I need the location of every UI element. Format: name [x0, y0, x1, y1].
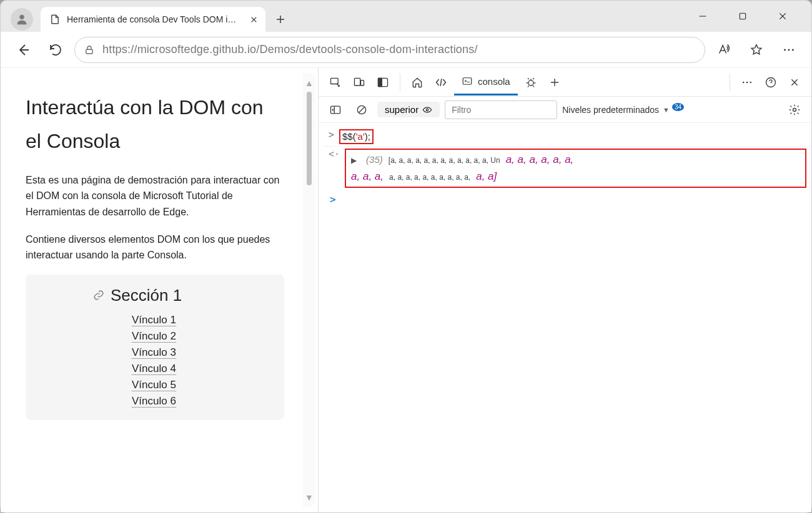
svg-point-12: [528, 80, 533, 85]
result-count: (35): [366, 154, 383, 165]
list-link[interactable]: Vínculo 5: [132, 379, 176, 391]
context-selector[interactable]: superior: [377, 102, 440, 117]
tab-close-button[interactable]: [247, 12, 260, 26]
issues-badge[interactable]: 34: [675, 104, 686, 115]
svg-point-5: [792, 49, 794, 51]
favorite-button[interactable]: [743, 36, 770, 64]
new-tab-button[interactable]: [268, 7, 293, 32]
svg-rect-2: [86, 49, 93, 54]
more-button[interactable]: [775, 36, 803, 64]
devtools-close-button[interactable]: [784, 72, 805, 93]
scrollbar[interactable]: ▲ ▼: [303, 73, 315, 507]
help-button[interactable]: [760, 72, 781, 93]
issues-count: 34: [672, 103, 684, 111]
console-settings-button[interactable]: [784, 99, 805, 120]
document-icon: [49, 14, 61, 25]
url-text: https://microsoftedge.github.io/Demos/de…: [102, 43, 478, 56]
browser-toolbar: https://microsoftedge.github.io/Demos/de…: [1, 32, 811, 68]
read-aloud-button[interactable]: [710, 36, 738, 64]
titlebar: Herramienta de consola Dev Tools DOM int…: [1, 1, 811, 32]
list-link[interactable]: Vínculo 6: [132, 395, 176, 408]
scroll-thumb[interactable]: [307, 92, 312, 185]
section-title: Sección 1: [111, 286, 182, 305]
log-levels-selector[interactable]: Niveles predeterminados ▼: [562, 105, 670, 115]
svg-rect-8: [361, 80, 364, 85]
back-button[interactable]: [9, 36, 37, 64]
clear-console-button[interactable]: [351, 99, 372, 120]
console-tab-label: consola: [478, 76, 510, 87]
welcome-tab[interactable]: [407, 72, 428, 93]
svg-rect-11: [463, 78, 472, 85]
svg-point-13: [743, 81, 745, 83]
list-link[interactable]: Vínculo 2: [132, 330, 176, 343]
window-controls: [690, 6, 806, 27]
scroll-down-icon[interactable]: ▼: [305, 492, 314, 502]
svg-point-19: [427, 109, 428, 110]
devtools-tabbar: consola: [319, 68, 811, 97]
console-command-row[interactable]: > $$('a');: [324, 125, 811, 147]
svg-rect-17: [331, 106, 340, 114]
close-window-button[interactable]: [770, 6, 795, 27]
section-card: Sección 1 Vínculo 1 Vínculo 2 Vínculo 3 …: [26, 275, 284, 420]
chevron-down-icon: ▼: [663, 106, 670, 114]
svg-rect-6: [331, 78, 339, 84]
minimize-button[interactable]: [690, 6, 715, 27]
context-label: superior: [385, 104, 418, 115]
bug-icon[interactable]: [520, 72, 542, 93]
tab-title: Herramienta de consola Dev Tools DOM int…: [67, 14, 239, 24]
console-result-row[interactable]: <· ▶ (35) [a, a, a, a, a, a, a, a, a, a,…: [324, 147, 811, 190]
lock-icon: [84, 44, 95, 56]
prompt-icon: >: [329, 129, 334, 140]
svg-point-0: [19, 15, 24, 19]
list-link[interactable]: Vínculo 1: [132, 314, 176, 326]
svg-rect-10: [379, 78, 382, 86]
svg-point-3: [784, 49, 786, 51]
result-arrow-icon: <·: [329, 149, 340, 160]
device-toggle-button[interactable]: [349, 72, 370, 93]
eye-icon: [422, 105, 432, 115]
browser-tab[interactable]: Herramienta de consola Dev Tools DOM int…: [41, 7, 265, 32]
inspect-button[interactable]: [325, 72, 346, 93]
address-bar[interactable]: https://microsoftedge.github.io/Demos/de…: [74, 37, 705, 63]
expand-icon[interactable]: ▶: [351, 156, 357, 165]
levels-label: Niveles predeterminados: [562, 105, 659, 115]
page-paragraph-1: Esta es una página de demostración para …: [26, 172, 284, 220]
toggle-sidebar-button[interactable]: [325, 99, 346, 120]
page-paragraph-2: Contiene diversos elementos DOM con los …: [26, 232, 284, 263]
console-output: > $$('a'); <· ▶ (35) [a, a, a, a, a, a, …: [319, 123, 811, 512]
link-icon: [93, 290, 104, 301]
filter-input[interactable]: [445, 100, 557, 119]
elements-tab[interactable]: [430, 72, 452, 93]
page-content: Interactúa con la DOM con el Consola Est…: [7, 73, 303, 507]
svg-point-14: [746, 81, 748, 83]
console-toolbar: superior Niveles predeterminados ▼ 34: [319, 97, 811, 123]
svg-point-15: [750, 81, 752, 83]
svg-point-4: [788, 49, 790, 51]
devtools-more-button[interactable]: [736, 72, 758, 93]
result-content: ▶ (35) [a, a, a, a, a, a, a, a, a, a, a,…: [345, 149, 806, 188]
list-link[interactable]: Vínculo 3: [132, 346, 176, 359]
console-prompt[interactable]: >: [324, 190, 811, 209]
scroll-up-icon[interactable]: ▲: [305, 78, 314, 88]
dock-button[interactable]: [372, 72, 394, 93]
add-tab-button[interactable]: [544, 72, 565, 93]
page-title: Interactúa con la DOM con el Consola: [26, 90, 284, 159]
list-link[interactable]: Vínculo 4: [132, 363, 176, 375]
console-tab[interactable]: consola: [454, 69, 518, 95]
profile-avatar[interactable]: [11, 8, 33, 31]
svg-point-20: [793, 108, 796, 111]
devtools-panel: consola: [318, 68, 811, 512]
maximize-button[interactable]: [730, 6, 755, 27]
command-text: $$('a');: [342, 131, 370, 142]
svg-rect-1: [740, 13, 745, 19]
svg-rect-7: [355, 78, 360, 86]
link-list: Vínculo 1 Vínculo 2 Vínculo 3 Vínculo 4 …: [38, 314, 272, 408]
refresh-button[interactable]: [42, 36, 69, 64]
